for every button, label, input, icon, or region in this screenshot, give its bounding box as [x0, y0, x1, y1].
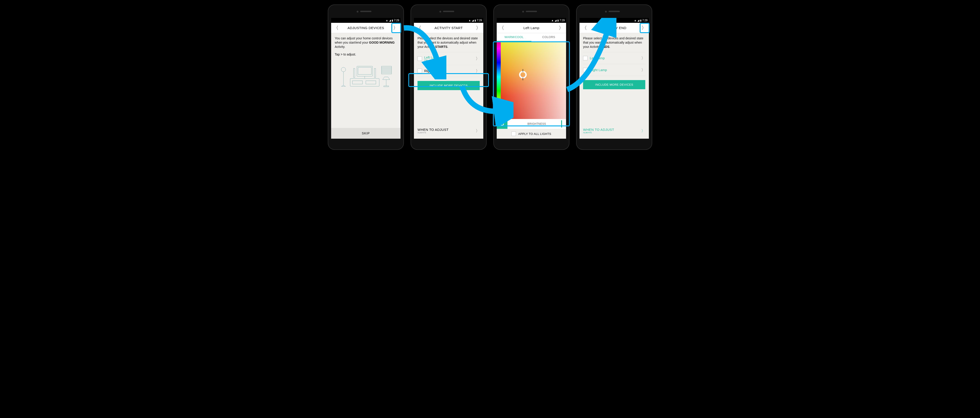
page-title: ADJUSTING DEVICES: [339, 26, 393, 30]
color-picker[interactable]: [497, 41, 566, 119]
svg-rect-0: [357, 66, 372, 76]
chevron-right-icon: 〉: [641, 128, 645, 134]
checkbox[interactable]: [583, 56, 587, 60]
device-name: Right Lamp: [424, 69, 473, 73]
phone-frame: ▲ ◢ ▮ 7:29 〈 ACTIVITY START 〉 Please sel…: [410, 5, 487, 150]
device-row-right-lamp[interactable]: Right Lamp 〉: [417, 65, 480, 77]
chevron-right-icon: 〉: [641, 56, 645, 61]
when-to-adjust-row[interactable]: WHEN TO ADJUST ALWAYS 〉: [583, 125, 645, 135]
hint-text: Tap > to adjust.: [335, 52, 397, 56]
wifi-icon: ▲: [551, 19, 554, 22]
chevron-right-icon: 〉: [476, 128, 480, 134]
next-button[interactable]: 〉: [558, 25, 564, 31]
svg-point-6: [341, 67, 346, 72]
brightness-label: BRIGHTNESS: [527, 122, 546, 126]
signal-icon: ◢: [638, 19, 639, 22]
when-subtitle: ALWAYS: [583, 132, 614, 134]
intro-text: Please select the devices and desired st…: [583, 36, 645, 49]
svg-rect-3: [350, 78, 379, 86]
device-status: ON - 80%: [424, 59, 473, 62]
screen-activity-end: ▲ ◢ ▮ 7:29 〈 ACTIVITY END 〉 Please selec…: [579, 18, 649, 139]
svg-rect-4: [352, 81, 363, 84]
skip-button[interactable]: SKIP: [331, 128, 401, 139]
tab-colors[interactable]: COLORS: [531, 33, 566, 41]
phone-speaker: [609, 11, 620, 12]
checkbox[interactable]: [583, 68, 587, 72]
back-button[interactable]: 〈: [333, 25, 339, 31]
device-row-left-lamp[interactable]: Left Lamp ON - 80% 〉: [417, 52, 480, 65]
device-name: Right Lamp: [590, 68, 639, 72]
signal-icon: ◢: [389, 19, 391, 22]
saturation-area[interactable]: [501, 41, 566, 119]
back-button[interactable]: 〈: [416, 25, 422, 31]
nav-header: 〈 ACTIVITY START 〉: [414, 23, 483, 33]
page-title: Left Lamp: [505, 26, 558, 30]
status-time: 7:29: [477, 19, 482, 22]
brightness-slider[interactable]: BRIGHTNESS: [508, 119, 566, 129]
include-more-devices-button[interactable]: INCLUDE MORE DEVICES: [583, 80, 645, 89]
battery-icon: ▮: [557, 19, 559, 22]
status-time: 7:29: [643, 19, 648, 22]
chevron-right-icon: 〉: [641, 67, 645, 73]
brightness-handle[interactable]: [561, 120, 562, 127]
when-subtitle: ALWAYS: [417, 132, 449, 134]
phone-frame: ▲ ◢ ▮ 7:29 〈 ADJUSTING DEVICES 〉 You can…: [328, 5, 404, 150]
screen-left-lamp-color: ▲ ◢ ▮ 7:29 〈 Left Lamp 〉 WARM/COOL COLOR…: [497, 18, 566, 139]
intro-pre: Please select the devices and desired st…: [583, 37, 643, 49]
screen-activity-start: ▲ ◢ ▮ 7:29 〈 ACTIVITY START 〉 Please sel…: [414, 18, 483, 139]
battery-icon: ▮: [474, 19, 476, 22]
back-button[interactable]: 〈: [498, 25, 505, 31]
checkbox[interactable]: [511, 132, 516, 136]
svg-line-10: [344, 85, 345, 86]
next-button[interactable]: 〉: [393, 25, 399, 31]
intro-bold: GOOD MORNING: [369, 41, 395, 44]
nav-header: 〈 ADJUSTING DEVICES 〉: [331, 23, 401, 33]
battery-icon: ▮: [392, 19, 393, 22]
next-button[interactable]: 〉: [475, 25, 482, 31]
tab-warm-cool[interactable]: WARM/COOL: [497, 33, 531, 41]
svg-rect-5: [366, 81, 376, 84]
device-row-right-lamp[interactable]: Right Lamp 〉: [583, 64, 645, 76]
intro-post: .: [609, 45, 610, 49]
nav-header: 〈 ACTIVITY END 〉: [579, 23, 649, 33]
svg-rect-11: [353, 68, 355, 77]
intro-text: You can adjust your home control devices…: [335, 36, 397, 49]
intro-bold: STARTS: [435, 45, 447, 49]
status-time: 7:29: [560, 19, 565, 22]
color-mode-tabs: WARM/COOL COLORS: [497, 33, 566, 41]
status-bar: ▲ ◢ ▮ 7:29: [579, 18, 649, 23]
living-room-illustration: [335, 63, 397, 90]
wifi-icon: ▲: [634, 19, 636, 22]
checkbox[interactable]: [417, 69, 422, 73]
checkbox[interactable]: [417, 56, 422, 61]
device-name: Left Lamp: [590, 56, 639, 60]
screen-adjusting-devices: ▲ ◢ ▮ 7:29 〈 ADJUSTING DEVICES 〉 You can…: [331, 18, 401, 139]
phone-camera: [439, 11, 441, 13]
back-button[interactable]: 〈: [581, 25, 587, 31]
status-bar: ▲ ◢ ▮ 7:29: [414, 18, 483, 23]
status-bar: ▲ ◢ ▮ 7:29: [497, 18, 566, 23]
apply-all-label: APPLY TO ALL LIGHTS: [518, 132, 551, 135]
device-row-left-lamp[interactable]: Left Lamp 〉: [583, 52, 645, 64]
hue-slider[interactable]: [497, 41, 501, 119]
apply-all-row[interactable]: APPLY TO ALL LIGHTS: [497, 129, 566, 139]
when-to-adjust-row[interactable]: WHEN TO ADJUST ALWAYS 〉: [417, 125, 480, 135]
intro-post: .: [447, 45, 449, 49]
when-title: WHEN TO ADJUST: [417, 128, 449, 132]
svg-rect-12: [374, 68, 375, 77]
svg-line-9: [342, 85, 344, 86]
chevron-right-icon: 〉: [476, 56, 480, 61]
chevron-right-icon: 〉: [476, 68, 480, 73]
power-button[interactable]: ⏻: [497, 119, 508, 129]
intro-text: Please select the devices and desired st…: [417, 36, 480, 49]
phone-speaker: [526, 11, 537, 12]
color-cursor-icon[interactable]: [519, 71, 527, 78]
phone-camera: [522, 11, 524, 13]
next-button[interactable]: 〉: [641, 25, 647, 31]
signal-icon: ◢: [555, 19, 557, 22]
when-title: WHEN TO ADJUST: [583, 128, 614, 132]
include-more-devices-button[interactable]: INCLUDE MORE DEVICES: [417, 81, 480, 90]
intro-post: Activity.: [335, 45, 345, 49]
battery-icon: ▮: [640, 19, 641, 22]
phone-camera: [356, 11, 358, 13]
